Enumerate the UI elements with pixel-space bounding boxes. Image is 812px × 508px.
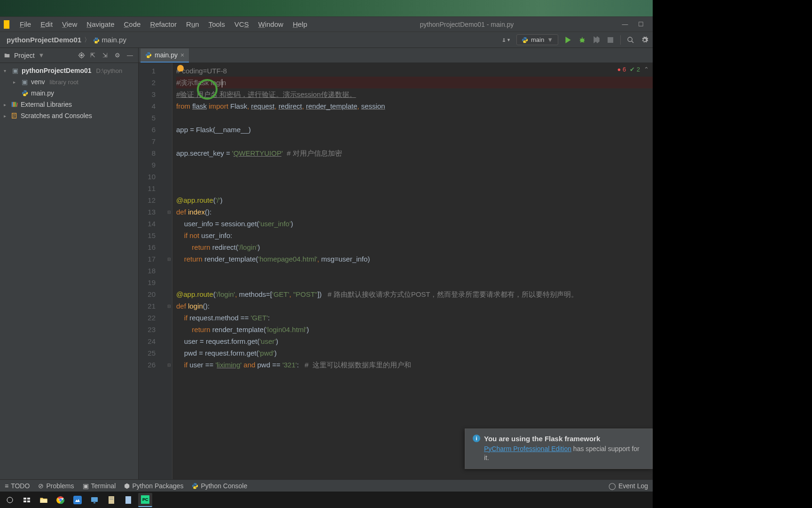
tree-venv-folder[interactable]: ▸ ▣ venv library root — [0, 76, 138, 87]
svg-rect-16 — [23, 500, 26, 502]
expand-all-icon[interactable]: ⇱ — [90, 52, 98, 59]
svg-point-13 — [7, 497, 13, 503]
svg-text:PC: PC — [142, 497, 148, 502]
svg-rect-22 — [94, 502, 95, 503]
breadcrumb-project[interactable]: pythonProjectDemo01 — [4, 36, 84, 44]
event-log-button[interactable]: ◯ Event Log — [609, 482, 648, 490]
library-icon — [11, 101, 18, 108]
svg-rect-4 — [608, 37, 613, 43]
menu-window[interactable]: Window — [254, 18, 288, 30]
run-coverage-button[interactable] — [592, 36, 601, 44]
search-everywhere-button[interactable] — [626, 36, 635, 44]
pycharm-taskbar-icon[interactable]: PC — [138, 493, 152, 507]
tree-scratches[interactable]: ▸ Scratches and Consoles — [0, 110, 138, 121]
svg-point-5 — [628, 37, 632, 41]
python-console-tool-button[interactable]: Python Console — [192, 482, 247, 490]
screen-edge-strip — [653, 0, 812, 508]
warning-count-icon[interactable]: ✔ 2 — [630, 66, 640, 73]
menu-help[interactable]: Help — [288, 18, 312, 30]
close-tab-icon[interactable]: × — [180, 51, 184, 59]
stop-button[interactable] — [606, 36, 615, 44]
svg-rect-15 — [27, 498, 30, 500]
notification-link[interactable]: PyCharm Professional Edition — [484, 445, 571, 452]
chevron-down-icon[interactable]: ▼ — [39, 52, 45, 59]
menu-run[interactable]: Run — [181, 18, 204, 30]
menu-edit[interactable]: Edit — [36, 18, 57, 30]
file-explorer-icon[interactable] — [37, 493, 51, 507]
menu-view[interactable]: View — [57, 18, 82, 30]
todo-tool-button[interactable]: ≡ TODO — [5, 482, 30, 490]
python-icon — [192, 483, 198, 489]
app-icon-monitor[interactable] — [87, 493, 102, 507]
locate-file-icon[interactable] — [78, 52, 86, 59]
scratches-icon — [11, 112, 18, 119]
svg-rect-23 — [109, 496, 114, 504]
user-icon[interactable]: ▼ — [502, 36, 511, 44]
svg-rect-26 — [125, 496, 131, 504]
svg-rect-17 — [27, 500, 30, 502]
fold-column[interactable]: ⊟ ⊟ ⊟ ⊟ — [166, 63, 172, 479]
menu-tools[interactable]: Tools — [204, 18, 230, 30]
error-count-icon[interactable]: ● 6 — [617, 66, 626, 73]
chrome-icon[interactable] — [54, 493, 68, 507]
main-area: Project ▼ ⇱ ⇲ ⚙ — ▾ ▣ pythonProjectDemo0… — [0, 48, 653, 479]
chevron-right-icon[interactable]: ▸ — [13, 79, 18, 85]
app-icon-blue[interactable] — [70, 493, 85, 507]
svg-rect-20 — [73, 496, 82, 504]
run-button[interactable] — [564, 36, 572, 44]
window-title: pythonProjectDemo01 - main.py — [312, 21, 622, 28]
inspections-widget[interactable]: ● 6 ✔ 2 ⌃ — [617, 66, 649, 73]
tree-project-root[interactable]: ▾ ▣ pythonProjectDemo01 D:\python — [0, 65, 138, 76]
flask-framework-notification[interactable]: i You are using the Flask framework PyCh… — [465, 429, 653, 469]
tool-settings-icon[interactable]: ⚙ — [115, 52, 122, 59]
tree-external-libraries[interactable]: ▸ External Libraries — [0, 99, 138, 110]
editor-tab-main-py[interactable]: main.py × — [141, 48, 189, 63]
hide-tool-icon[interactable]: — — [127, 52, 134, 59]
svg-point-0 — [95, 38, 95, 39]
chevron-right-icon[interactable]: ▸ — [4, 102, 8, 107]
python-icon — [522, 37, 528, 43]
os-taskbar: PC — [0, 492, 653, 508]
project-tool-header: Project ▼ ⇱ ⇲ ⚙ — — [0, 48, 138, 63]
chevron-right-icon[interactable]: ▸ — [4, 113, 8, 119]
terminal-tool-button[interactable]: ▣ Terminal — [83, 482, 116, 490]
breadcrumb-file[interactable]: main.py — [90, 36, 129, 44]
menu-vcs[interactable]: VCS — [230, 18, 254, 30]
menu-refactor[interactable]: Refactor — [145, 18, 181, 30]
run-configuration-selector[interactable]: main ▼ — [516, 34, 558, 45]
notification-title: You are using the Flask framework — [484, 435, 600, 443]
code-text-area[interactable]: # coding=UTF-8 #演示flask login #验证 用户名 和密… — [172, 63, 653, 479]
app-icon-notepad[interactable] — [121, 493, 135, 507]
folder-icon: ▣ — [11, 67, 19, 74]
svg-rect-10 — [15, 102, 16, 107]
chevron-down-icon[interactable]: ▾ — [4, 68, 8, 73]
start-button[interactable] — [3, 493, 17, 507]
settings-button[interactable] — [640, 36, 649, 44]
tree-main-py[interactable]: main.py — [0, 87, 138, 99]
svg-rect-21 — [91, 497, 98, 502]
folder-icon: ▣ — [21, 78, 28, 86]
project-view-label[interactable]: Project — [14, 52, 35, 59]
task-view-button[interactable] — [20, 493, 34, 507]
editor-tabs: main.py × — [139, 48, 653, 63]
menu-code[interactable]: Code — [119, 18, 146, 30]
window-minimize-button[interactable]: — — [622, 21, 628, 28]
menu-file[interactable]: File — [15, 18, 36, 30]
python-file-icon — [93, 37, 100, 44]
chevron-up-icon[interactable]: ⌃ — [644, 66, 649, 73]
debug-button[interactable] — [578, 36, 586, 44]
code-editor[interactable]: 1 2 3 4 5 6 7 8 9 10 11 12 13 14 15 16 1 — [139, 63, 653, 479]
svg-rect-25 — [109, 499, 113, 500]
problems-tool-button[interactable]: ⊘ Problems — [38, 482, 74, 490]
python-packages-tool-button[interactable]: ⬢ Python Packages — [124, 482, 183, 490]
python-file-icon — [22, 90, 28, 96]
project-tool-window: Project ▼ ⇱ ⇲ ⚙ — ▾ ▣ pythonProjectDemo0… — [0, 48, 139, 479]
menu-navigate[interactable]: Navigate — [82, 18, 119, 30]
gutter[interactable]: 1 2 3 4 5 6 7 8 9 10 11 12 13 14 15 16 1 — [139, 63, 166, 479]
collapse-all-icon[interactable]: ⇲ — [102, 52, 110, 59]
svg-rect-11 — [16, 103, 18, 107]
intention-bulb-icon[interactable] — [177, 65, 184, 71]
app-icon-doc[interactable] — [104, 493, 118, 507]
svg-point-2 — [503, 38, 505, 40]
window-maximize-button[interactable]: ☐ — [638, 21, 644, 28]
